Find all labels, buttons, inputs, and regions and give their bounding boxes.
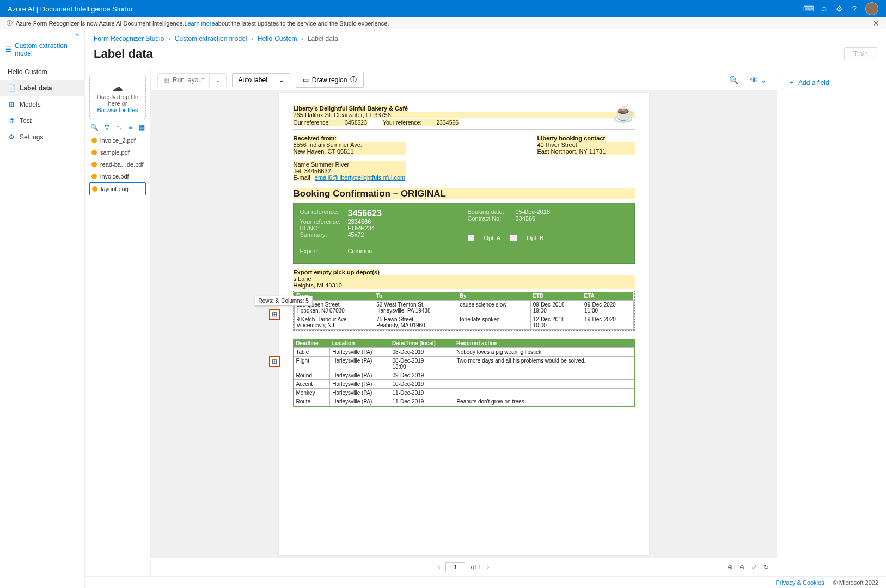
- file-name: read-ba…de.pdf: [100, 161, 144, 168]
- nav-label: Label data: [20, 84, 52, 92]
- train-button[interactable]: Train: [844, 47, 877, 60]
- doc-address: 765 Halifax St. Clearwater, FL 33756: [293, 112, 635, 118]
- page-input[interactable]: [445, 562, 465, 572]
- visibility-icon[interactable]: 👁 ⌄: [747, 76, 770, 84]
- table-icon-2[interactable]: ⊞: [269, 356, 280, 367]
- booking-summary-box: Our reference:3456623 Your reference:233…: [293, 203, 635, 264]
- left-sidebar: « ☰ Custom extraction model Hello-Custom…: [0, 29, 85, 588]
- auto-label-button[interactable]: Auto label ⌄: [232, 73, 290, 87]
- help-icon[interactable]: ?: [847, 4, 862, 13]
- received-from-header: Received from:: [293, 135, 337, 142]
- banner-link[interactable]: Learn more: [184, 20, 215, 27]
- grid-view-icon[interactable]: ▦: [139, 124, 145, 131]
- collapse-sidebar-icon[interactable]: «: [0, 29, 84, 38]
- status-dot-icon: [91, 162, 97, 167]
- add-field-button[interactable]: ＋ Add a field: [783, 75, 835, 90]
- info-circle-icon: ⓘ: [350, 75, 357, 84]
- checkbox-opt-b: [510, 235, 517, 241]
- banner-prefix: Azure Form Recognizer is now Azure AI Do…: [16, 20, 184, 27]
- nav-icon: ⚙: [8, 133, 15, 141]
- document-panel: ▦Run layout ⌄ Auto label ⌄ ▭ Draw region…: [150, 69, 777, 576]
- auto-label-chevron-icon[interactable]: ⌄: [273, 74, 290, 87]
- run-layout-chevron-icon[interactable]: ⌄: [209, 74, 226, 87]
- run-layout-button[interactable]: ▦Run layout ⌄: [157, 73, 227, 87]
- contact-header: Liberty booking contact: [537, 135, 606, 142]
- settings-icon[interactable]: ⚙: [832, 4, 847, 13]
- prev-page-icon[interactable]: ‹: [438, 564, 440, 571]
- status-dot-icon: [91, 150, 97, 155]
- nav-item-models[interactable]: ⊞Models: [0, 96, 84, 113]
- shipping-table: FromToByETDETA118 Queen StreetHoboken, N…: [294, 292, 634, 330]
- drop-zone[interactable]: ☁ Drag & drop file here or Browse for fi…: [89, 75, 146, 119]
- drop-text-1: Drag & drop file: [93, 94, 142, 100]
- file-name: layout.png: [101, 186, 129, 192]
- app-title: Azure AI | Document Intelligence Studio: [8, 5, 132, 13]
- avatar[interactable]: [865, 2, 878, 15]
- banner-close-icon[interactable]: ✕: [873, 19, 879, 28]
- fit-icon[interactable]: ⤢: [751, 564, 757, 571]
- drop-text-2: here or: [93, 100, 142, 107]
- file-name: invoice_2.pdf: [100, 137, 136, 144]
- document-toolbar: ▦Run layout ⌄ Auto label ⌄ ▭ Draw region…: [151, 69, 777, 91]
- crumb-1[interactable]: Custom extraction model: [175, 35, 247, 42]
- add-field-label: Add a field: [798, 79, 829, 87]
- zoom-in-icon[interactable]: ⊕: [728, 564, 733, 571]
- crumb-2[interactable]: Hello-Custom: [258, 35, 297, 42]
- keyboard-icon[interactable]: ⌨: [801, 4, 816, 13]
- model-type-link[interactable]: ☰ Custom extraction model: [0, 38, 84, 64]
- draw-region-button[interactable]: ▭ Draw region ⓘ: [296, 72, 364, 88]
- list-view-icon[interactable]: ≡: [129, 124, 132, 131]
- rotate-icon[interactable]: ↻: [763, 564, 769, 571]
- file-item[interactable]: layout.png: [89, 182, 146, 195]
- status-dot-icon: [91, 138, 97, 143]
- table-icon-1[interactable]: ⊞: [269, 309, 280, 320]
- file-item[interactable]: invoice.pdf: [89, 170, 146, 182]
- search-icon[interactable]: 🔍: [90, 124, 99, 131]
- file-item[interactable]: invoice_2.pdf: [89, 134, 146, 146]
- plus-icon: ＋: [789, 78, 795, 87]
- nav-icon: 📄: [8, 84, 15, 92]
- model-type-label: Custom extraction model: [15, 42, 79, 57]
- feedback-icon[interactable]: ☺: [816, 4, 832, 13]
- nav-icon: ⚗: [8, 117, 15, 125]
- document-pager: ‹ of 1 › ⊕ ⊖ ⤢ ↻: [151, 558, 777, 576]
- file-panel: ☁ Drag & drop file here or Browse for fi…: [85, 69, 150, 576]
- table-tooltip: Rows: 3, Columns: 5: [255, 296, 313, 306]
- project-name: Hello-Custom: [0, 64, 84, 80]
- browse-files-link[interactable]: Browse for files: [93, 107, 142, 113]
- info-icon: ⓘ: [7, 19, 13, 27]
- top-bar: Azure AI | Document Intelligence Studio …: [0, 0, 886, 17]
- page-title: Label data: [94, 47, 153, 61]
- nav-item-test[interactable]: ⚗Test: [0, 113, 84, 129]
- run-layout-label: Run layout: [173, 76, 204, 84]
- nav-icon: ⊞: [8, 101, 15, 108]
- privacy-link[interactable]: Privacy & Cookies: [775, 579, 824, 586]
- document-canvas[interactable]: ☕ Liberty's Delightful Sinful Bakery & C…: [151, 91, 777, 558]
- draw-region-label: Draw region: [312, 76, 347, 84]
- section-title: Booking Confirmation – ORIGINAL: [293, 188, 635, 199]
- checkbox-opt-a: [468, 235, 474, 241]
- filter-icon[interactable]: ▽: [105, 124, 109, 131]
- sort-icon[interactable]: ↑↓: [116, 124, 123, 131]
- document-page: ☕ Liberty's Delightful Sinful Bakery & C…: [279, 93, 649, 555]
- next-page-icon[interactable]: ›: [487, 564, 490, 571]
- file-item[interactable]: read-ba…de.pdf: [89, 158, 146, 170]
- nav-label: Test: [20, 117, 32, 125]
- doc-email: email6@libertydelightfulsinful.com: [314, 174, 406, 181]
- copyright: © Microsoft 2022: [833, 579, 878, 586]
- nav-label: Settings: [20, 133, 43, 141]
- layout-icon: ▦: [163, 76, 169, 84]
- page-total: of 1: [471, 564, 481, 571]
- nav-item-settings[interactable]: ⚙Settings: [0, 129, 84, 145]
- crumb-0[interactable]: Form Recognizer Studio: [94, 35, 164, 42]
- nav-label: Models: [20, 101, 41, 108]
- file-name: invoice.pdf: [100, 173, 129, 180]
- doc-company: Liberty's Delightful Sinful Bakery & Caf…: [293, 105, 408, 112]
- breadcrumb: Form Recognizer Studio› Custom extractio…: [85, 29, 886, 45]
- status-dot-icon: [92, 186, 97, 192]
- deadline-table: DeadlineLocationDate/Time (local)Require…: [294, 339, 634, 406]
- search-doc-icon[interactable]: 🔍: [726, 76, 742, 84]
- nav-item-label-data[interactable]: 📄Label data: [0, 80, 84, 96]
- file-item[interactable]: sample.pdf: [89, 146, 146, 158]
- zoom-out-icon[interactable]: ⊖: [740, 564, 745, 571]
